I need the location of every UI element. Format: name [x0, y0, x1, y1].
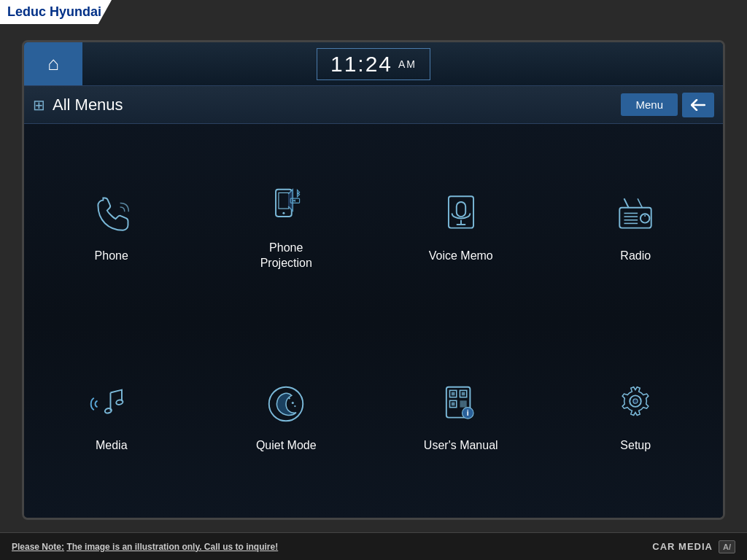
- menu-item-media[interactable]: Media: [24, 321, 199, 510]
- time-value: 11:24: [330, 52, 392, 77]
- voice-memo-label: Voice Memo: [429, 249, 493, 264]
- phone-projection-icon: [260, 181, 311, 232]
- time-display: 11:24 AM: [82, 48, 665, 80]
- menu-item-radio[interactable]: Radio: [549, 131, 724, 321]
- phone-icon: [86, 189, 137, 240]
- setup-icon: [610, 378, 661, 429]
- brand-area: CAR MEDIA A/: [652, 540, 735, 553]
- svg-rect-28: [452, 392, 455, 395]
- dealer-name: Leduc Hyundai: [7, 4, 101, 19]
- footer-note: Please Note: The image is an illustratio…: [12, 542, 278, 552]
- svg-line-13: [638, 198, 642, 207]
- menu-grid: Phone: [24, 124, 723, 518]
- infotainment-screen: ⌂ 11:24 AM ⊞ All Menus Menu: [22, 40, 725, 520]
- menu-item-voice-memo[interactable]: Voice Memo: [374, 131, 549, 321]
- grid-icon: ⊞: [33, 96, 45, 114]
- svg-rect-11: [620, 207, 651, 228]
- svg-rect-32: [452, 402, 455, 405]
- quiet-mode-icon: [260, 378, 311, 429]
- svg-point-40: [633, 399, 638, 403]
- phone-projection-label: PhoneProjection: [260, 241, 312, 271]
- menu-item-phone-projection[interactable]: PhoneProjection: [199, 131, 374, 321]
- phone-label: Phone: [95, 249, 128, 264]
- all-menus-label: All Menus: [53, 96, 621, 114]
- svg-rect-8: [457, 202, 465, 217]
- users-manual-label: User's Manual: [424, 438, 498, 454]
- menu-bar: ⊞ All Menus Menu: [24, 86, 723, 124]
- note-prefix: Please Note:: [12, 542, 64, 552]
- av-logo: A/: [719, 540, 735, 553]
- home-button[interactable]: ⌂: [24, 42, 82, 85]
- menu-item-users-manual[interactable]: i User's Manual: [374, 321, 549, 510]
- svg-point-25: [294, 405, 295, 407]
- menu-item-quiet-mode[interactable]: Quiet Mode: [199, 321, 374, 510]
- radio-icon: [610, 189, 661, 240]
- media-icon: [86, 378, 137, 429]
- svg-point-2: [283, 212, 285, 214]
- svg-rect-36: [463, 404, 467, 408]
- media-label: Media: [96, 438, 128, 454]
- top-bar: ⌂ 11:24 AM: [24, 42, 723, 86]
- quiet-mode-label: Quiet Mode: [256, 438, 317, 454]
- svg-rect-1: [279, 193, 289, 209]
- svg-point-21: [115, 399, 123, 405]
- svg-rect-33: [460, 400, 463, 404]
- svg-rect-30: [462, 392, 465, 395]
- setup-label: Setup: [620, 438, 651, 454]
- users-manual-icon: i: [436, 378, 487, 429]
- carmedia-label: CAR MEDIA: [652, 541, 713, 552]
- menu-item-setup[interactable]: Setup: [549, 321, 724, 510]
- svg-rect-35: [460, 404, 463, 408]
- radio-label: Radio: [620, 249, 651, 264]
- svg-text:i: i: [467, 408, 469, 417]
- dealer-logo: Leduc Hyundai: [0, 0, 112, 24]
- voice-memo-icon: [436, 189, 487, 240]
- svg-point-23: [292, 401, 294, 403]
- ampm-value: AM: [398, 58, 417, 70]
- menu-button[interactable]: Menu: [621, 93, 678, 116]
- note-text: The image is an illustration only. Call …: [66, 542, 278, 552]
- menu-item-phone[interactable]: Phone: [24, 131, 199, 321]
- svg-point-20: [104, 408, 112, 413]
- svg-rect-34: [463, 400, 467, 404]
- svg-line-12: [624, 198, 629, 207]
- home-icon: ⌂: [47, 52, 59, 75]
- bottom-bar: Please Note: The image is an illustratio…: [0, 532, 747, 560]
- svg-point-24: [289, 397, 290, 399]
- back-arrow-icon: [691, 99, 705, 111]
- back-button[interactable]: [682, 93, 714, 117]
